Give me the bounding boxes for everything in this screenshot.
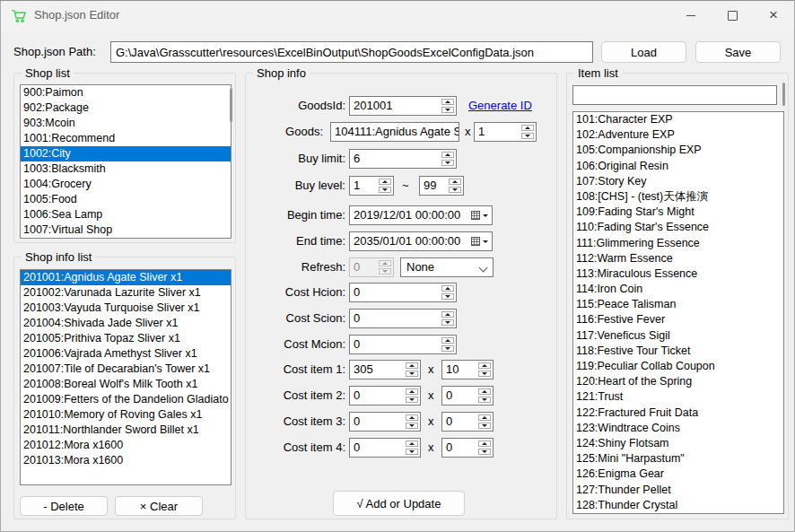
list-item[interactable]: 123:Windtrace Coins [573, 421, 783, 436]
list-item[interactable]: 108:[CHS] - (test)天体推演 [573, 189, 783, 205]
buy-limit-spinner[interactable] [441, 152, 454, 166]
shop-list-scrollbar[interactable] [230, 88, 232, 122]
list-item[interactable]: 120:Heart of the Spring [573, 374, 783, 389]
cost-item-3-count-input[interactable]: 0 [441, 412, 494, 432]
goodsid-input[interactable]: 201001 [349, 96, 457, 116]
list-item[interactable]: 1005:Food [21, 192, 231, 207]
list-item[interactable]: 119:Peculiar Collab Coupon [573, 359, 783, 374]
cost-item-4-count-input[interactable]: 0 [441, 438, 494, 458]
list-item[interactable]: 115:Peace Talisman [573, 297, 783, 312]
cost-item-3-count-spinner[interactable] [478, 414, 491, 429]
buy-level-min-input[interactable]: 1 [349, 176, 394, 196]
list-item[interactable]: 1007:Virtual Shop [21, 222, 231, 238]
list-item[interactable]: 201012:Mora x1600 [21, 438, 231, 453]
close-icon[interactable]: × [753, 1, 794, 30]
end-time-input[interactable]: 2035/01/01 00:00:00 [349, 231, 493, 251]
list-item[interactable]: 118:Festive Tour Ticket [573, 344, 783, 359]
list-item[interactable]: 201006:Vajrada Amethyst Sliver x1 [21, 346, 231, 362]
list-item[interactable]: 1003:Blacksmith [21, 161, 231, 177]
list-item[interactable]: 201009:Fetters of the Dandelion Gladiato [21, 392, 231, 407]
datepicker-dropdown-icon[interactable] [483, 214, 488, 217]
goodsid-spinner[interactable] [441, 99, 454, 113]
list-item[interactable]: 109:Fading Star's Might [573, 205, 783, 220]
list-item[interactable]: 110:Fading Star's Essence [573, 220, 783, 235]
minimize-icon[interactable] [670, 1, 712, 30]
buy-level-max-spinner[interactable] [449, 179, 461, 193]
cost-item-2-count-input[interactable]: 0 [441, 386, 494, 406]
item-search-input[interactable] [572, 85, 777, 105]
list-item[interactable]: 903:Mcoin [21, 116, 231, 131]
cost-item-3-id-input[interactable]: 0 [349, 412, 421, 432]
list-item[interactable]: 112:Warm Essence [573, 251, 783, 266]
list-item[interactable]: 121:Trust [573, 389, 783, 405]
list-item[interactable]: 201002:Varunada Lazurite Sliver x1 [21, 285, 231, 301]
goods-count-spinner[interactable] [521, 125, 534, 139]
list-item[interactable]: 201011:Northlander Sword Billet x1 [21, 423, 231, 438]
path-input[interactable] [110, 41, 593, 63]
item-list-scrollbar[interactable] [782, 83, 785, 106]
list-item[interactable]: 201005:Prithiva Topaz Sliver x1 [21, 331, 231, 346]
cost-item-2-count-spinner[interactable] [478, 388, 491, 403]
list-item[interactable]: 111:Glimmering Essence [573, 236, 783, 251]
datepicker-dropdown-icon[interactable] [483, 240, 488, 243]
list-item[interactable]: 201008:Boreal Wolf's Milk Tooth x1 [21, 377, 231, 392]
refresh-mode-dropdown[interactable]: None [400, 257, 494, 277]
list-item[interactable]: 124:Shiny Flotsam [573, 436, 783, 451]
list-item[interactable]: 900:Paimon [21, 85, 231, 100]
cost-mcion-input[interactable]: 0 [349, 335, 457, 354]
list-item[interactable]: 126:Enigma Gear [573, 467, 783, 482]
list-item[interactable]: 902:Package [21, 100, 231, 116]
list-item[interactable]: 122:Fractured Fruit Data [573, 406, 783, 421]
shop-info-listbox[interactable]: 201001:Agnidus Agate Sliver x1201002:Var… [20, 269, 232, 485]
item-listbox[interactable]: 101:Character EXP102:Adventure EXP105:Co… [572, 111, 784, 514]
list-item[interactable]: 114:Iron Coin [573, 282, 783, 297]
buy-level-max-input[interactable]: 99 [419, 176, 464, 196]
list-item[interactable]: 1001:Recommend [21, 131, 231, 146]
list-item[interactable]: 106:Original Resin [573, 159, 783, 174]
cost-item-4-count-spinner[interactable] [478, 440, 491, 455]
cost-scion-input[interactable]: 0 [349, 309, 457, 328]
buy-level-min-spinner[interactable] [379, 179, 391, 193]
begin-time-input[interactable]: 2019/12/01 00:00:00 [349, 205, 493, 225]
list-item[interactable]: 127:Thunder Pellet [573, 483, 783, 498]
list-item[interactable]: 201013:Mora x1600 [21, 453, 231, 468]
list-item[interactable]: 1004:Grocery [21, 177, 231, 192]
cost-item-2-id-spinner[interactable] [406, 388, 418, 403]
cost-item-1-id-spinner[interactable] [406, 362, 418, 377]
cost-scion-spinner[interactable] [441, 311, 454, 326]
cost-item-1-count-input[interactable]: 10 [441, 360, 494, 379]
goods-input[interactable]: 104111:Agnidus Agate S [330, 122, 459, 142]
list-item[interactable]: 125:Mini "Harpastum" [573, 451, 783, 467]
list-item[interactable]: 116:Festive Fever [573, 312, 783, 327]
list-item[interactable]: 105:Companionship EXP [573, 143, 783, 158]
delete-button[interactable]: - Delete [20, 496, 108, 516]
list-item[interactable]: 201001:Agnidus Agate Sliver x1 [21, 270, 231, 285]
cost-hcion-input[interactable]: 0 [349, 283, 457, 302]
list-item[interactable]: 201010:Memory of Roving Gales x1 [21, 407, 231, 423]
shop-listbox[interactable]: 900:Paimon902:Package903:Mcoin1001:Recom… [20, 84, 232, 239]
list-item[interactable]: 113:Miraculous Essence [573, 266, 783, 282]
maximize-icon[interactable] [712, 1, 753, 30]
cost-item-2-id-input[interactable]: 0 [349, 386, 421, 406]
goods-count-input[interactable]: 1 [474, 122, 537, 142]
generate-id-link[interactable]: Generate ID [468, 99, 532, 112]
list-item[interactable]: 1006:Sea Lamp [21, 207, 231, 222]
list-item[interactable]: 201003:Vayuda Turquoise Sliver x1 [21, 301, 231, 316]
add-or-update-button[interactable]: √ Add or Update [333, 491, 465, 516]
cost-item-3-id-spinner[interactable] [406, 414, 418, 429]
list-item[interactable]: 201004:Shivada Jade Sliver x1 [21, 316, 231, 331]
list-item[interactable]: 117:Veneficus Sigil [573, 328, 783, 344]
load-button[interactable]: Load [601, 41, 686, 63]
cost-item-4-id-spinner[interactable] [406, 440, 418, 455]
cost-hcion-spinner[interactable] [441, 285, 454, 300]
cost-item-1-id-input[interactable]: 305 [349, 360, 421, 379]
list-item[interactable]: 102:Adventure EXP [573, 127, 783, 143]
clear-button[interactable]: × Clear [115, 496, 203, 516]
cost-mcion-spinner[interactable] [441, 337, 454, 352]
list-item[interactable]: 128:Thunder Crystal [573, 498, 783, 513]
buy-limit-input[interactable]: 6 [349, 149, 457, 169]
list-item[interactable]: 201007:Tile of Decarabian's Tower x1 [21, 362, 231, 377]
cost-item-4-id-input[interactable]: 0 [349, 438, 421, 458]
save-button[interactable]: Save [695, 41, 781, 63]
cost-item-1-count-spinner[interactable] [478, 362, 491, 377]
